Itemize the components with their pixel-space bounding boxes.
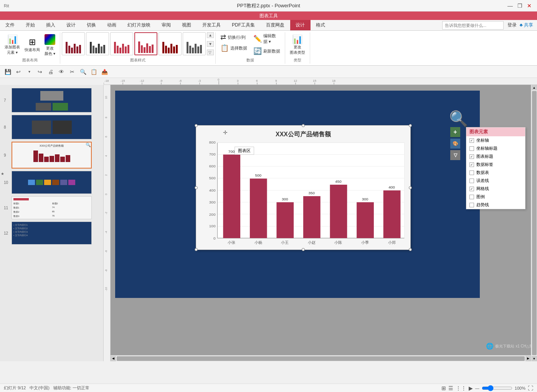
scroll-more-btn[interactable]: ▽ — [207, 50, 214, 55]
tab-file[interactable]: 文件 — [0, 20, 20, 30]
checkbox-legend[interactable] — [469, 195, 474, 199]
checkbox-trendline[interactable] — [469, 203, 474, 207]
checkbox-axis-title[interactable] — [469, 146, 474, 151]
tab-view[interactable]: 视图 — [177, 20, 197, 30]
switch-row-col-btn[interactable]: ⇄ 切换行/列 — [219, 32, 249, 42]
chart-style-6[interactable] — [183, 32, 206, 55]
chart-style-1[interactable] — [62, 32, 85, 55]
share-btn[interactable]: ♣ 共享 — [520, 22, 533, 28]
panel-item-error-bars[interactable]: 误差线 — [466, 177, 525, 185]
cut-btn[interactable]: ✂ — [68, 67, 77, 76]
tab-chartdesign[interactable]: 设计 — [290, 20, 311, 30]
hscroll-thumb[interactable] — [117, 356, 525, 361]
handle-ml[interactable] — [195, 186, 198, 189]
panel-item-axis-title[interactable]: 坐标轴标题 — [466, 144, 525, 152]
tab-insert[interactable]: 插入 — [41, 20, 61, 30]
hscroll-right[interactable]: ▶ — [525, 356, 531, 361]
handle-bl[interactable] — [195, 248, 198, 251]
panel-item-legend[interactable]: 图例 — [466, 193, 525, 201]
fit-window-btn[interactable]: ⛶ — [528, 385, 533, 391]
refresh-data-btn[interactable]: 🔄 刷新数据 — [252, 46, 282, 56]
change-color-btn[interactable]: 更改颜色 ▾ — [43, 33, 57, 57]
tab-devtools[interactable]: 开发工具 — [197, 20, 226, 30]
zoom-slider[interactable] — [482, 385, 512, 391]
panel-item-data-table[interactable]: 数据表 — [466, 169, 525, 177]
scroll-thumb[interactable] — [532, 91, 537, 355]
chart-style-4[interactable] — [134, 32, 157, 55]
redo-btn[interactable]: ↪ — [35, 67, 45, 76]
slide-thumb-11[interactable]: 11 标题1标题2 数据174 数据285 数据376 — [12, 196, 92, 219]
quick-layout-btn[interactable]: ⊞ 快速布局 — [23, 37, 41, 53]
login-btn[interactable]: 登录 — [507, 22, 517, 28]
chart-style-5[interactable] — [159, 32, 182, 55]
checkbox-gridlines[interactable]: ✓ — [469, 187, 474, 191]
checkbox-error-bars[interactable] — [469, 179, 474, 183]
print-btn[interactable]: 🖨 — [46, 67, 55, 76]
scroll-down-btn[interactable]: ▼ — [207, 41, 214, 47]
data-table-label: 数据表 — [476, 170, 489, 175]
chart-filter-btn[interactable]: ▽ — [450, 150, 460, 160]
handle-mr[interactable] — [409, 186, 412, 189]
tab-slideshow[interactable]: 幻灯片放映 — [122, 20, 156, 30]
clipboard-btn[interactable]: 📋 — [89, 67, 98, 76]
outline-view-btn[interactable]: ☰ — [448, 385, 453, 391]
slide-thumb-10[interactable]: 10 ★ — [12, 171, 92, 194]
undo-arrow[interactable]: ▾ — [25, 67, 34, 76]
panel-item-axis[interactable]: ✓ 坐标轴 — [466, 136, 525, 144]
chart-add-btn[interactable]: + — [450, 127, 460, 137]
search-input[interactable] — [442, 21, 504, 30]
chart-container[interactable]: ✛ XXX公司产品销售额 — [196, 125, 411, 250]
bar-xiaochen — [330, 185, 347, 238]
tab-animations[interactable]: 动画 — [102, 20, 122, 30]
slide-thumb-7[interactable]: 7 — [12, 88, 92, 112]
panel-item-data-labels[interactable]: ✓ 数据标签 — [466, 160, 525, 169]
slide-thumb-12[interactable]: 12 • 文字内容行1 • 文字内容行2 • 文字内容行3 • 文字内容行4 — [12, 222, 92, 245]
tab-home[interactable]: 开始 — [20, 20, 41, 30]
handle-br[interactable] — [409, 248, 412, 251]
restore-btn[interactable]: ❐ — [516, 2, 524, 10]
checkbox-axis[interactable]: ✓ — [469, 138, 474, 143]
tab-transitions[interactable]: 切换 — [81, 20, 102, 30]
checkbox-data-labels[interactable]: ✓ — [469, 162, 474, 167]
handle-tm[interactable] — [302, 124, 305, 127]
tab-review[interactable]: 审阅 — [156, 20, 177, 30]
edit-data-btn[interactable]: ✏️ 编辑数据 ▾ — [252, 32, 282, 45]
chart-style-3[interactable] — [110, 32, 133, 55]
hscroll-left[interactable]: ◀ — [111, 356, 116, 361]
hscrollbar[interactable]: ◀ ▶ — [111, 355, 531, 361]
checkbox-data-table[interactable] — [469, 170, 474, 175]
scroll-up[interactable]: ▲ — [532, 85, 537, 90]
close-btn[interactable]: ✕ — [525, 2, 533, 10]
panel-item-chart-title[interactable]: ✓ 图表标题 — [466, 152, 525, 160]
grid-view-btn[interactable]: ⋮⋮ — [456, 385, 466, 391]
slideshow-btn[interactable]: ▶ — [469, 385, 473, 391]
slide-thumb-9[interactable]: 9 🔍 XXX公司产品销售额 — [12, 142, 92, 169]
normal-view-btn[interactable]: ⊞ — [441, 385, 446, 391]
handle-tl[interactable] — [195, 124, 198, 127]
scroll-up-btn[interactable]: ▲ — [207, 32, 214, 38]
zoom-btn[interactable]: 🔍 — [78, 67, 88, 76]
slide-thumb-8[interactable]: 8 — [12, 115, 92, 139]
vscrollbar[interactable]: ▲ ▼ — [531, 85, 537, 361]
tab-chartformat[interactable]: 格式 — [311, 20, 331, 30]
chart-style-2[interactable] — [86, 32, 109, 55]
handle-bm[interactable] — [302, 248, 305, 251]
preview-btn[interactable]: 👁 — [57, 67, 66, 76]
tab-pdftools[interactable]: PDF工具集 — [226, 20, 261, 30]
chart-paint-btn[interactable]: 🎨 — [450, 139, 460, 149]
save-btn[interactable]: 💾 — [3, 67, 12, 76]
select-data-btn[interactable]: 📋 选择数据 — [219, 43, 249, 53]
svg-text:-2: -2 — [105, 212, 107, 214]
undo-btn[interactable]: ↩ — [14, 67, 23, 76]
tab-baiducloud[interactable]: 百度网盘 — [261, 20, 290, 30]
minimize-btn[interactable]: — — [506, 2, 514, 10]
scroll-down[interactable]: ▼ — [532, 356, 537, 361]
change-type-btn[interactable]: 📊 更改图表类型 — [288, 35, 307, 56]
add-element-btn[interactable]: 📊 添加图表元素 ▾ — [3, 35, 21, 56]
panel-item-trendline[interactable]: 趋势线 — [466, 201, 525, 209]
panel-item-gridlines[interactable]: ✓ 网格线 — [466, 185, 525, 193]
export-btn[interactable]: 📤 — [100, 67, 109, 76]
tab-design[interactable]: 设计 — [61, 20, 81, 30]
checkbox-chart-title[interactable]: ✓ — [469, 154, 474, 159]
handle-tr[interactable] — [409, 124, 412, 127]
